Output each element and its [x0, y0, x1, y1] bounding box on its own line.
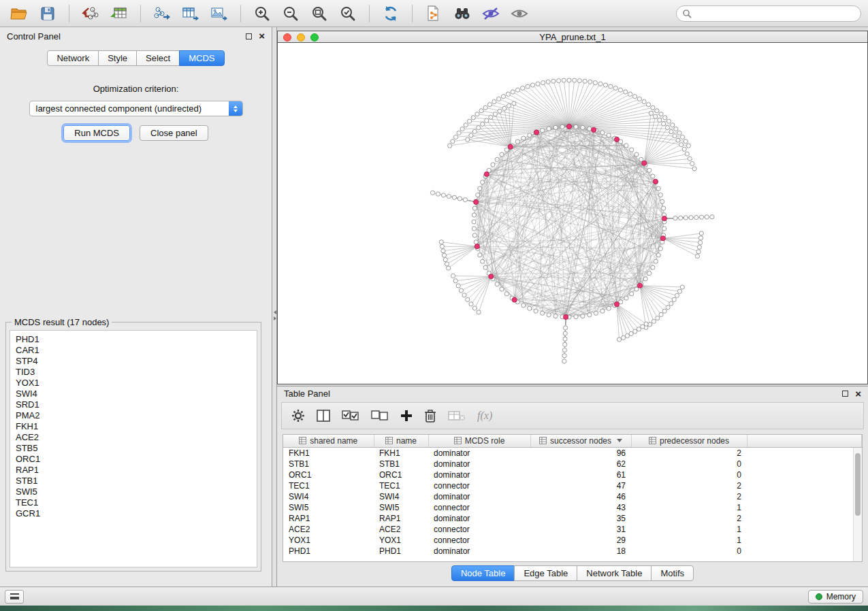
settings-gear-icon[interactable] — [291, 409, 305, 423]
table-cell[interactable]: STB1 — [283, 459, 374, 469]
table-cell[interactable]: ORC1 — [283, 469, 374, 480]
table-scrollbar[interactable] — [853, 448, 862, 561]
table-cell[interactable]: FKH1 — [283, 447, 374, 459]
tab-node-table[interactable]: Node Table — [451, 565, 515, 581]
table-cell[interactable]: SWI4 — [283, 491, 374, 502]
window-close-icon[interactable] — [283, 33, 291, 42]
network-canvas[interactable] — [278, 44, 867, 384]
table-cell[interactable]: TEC1 — [374, 480, 428, 491]
table-cell[interactable]: 96 — [530, 447, 631, 459]
close-panel-button[interactable]: Close panel — [140, 125, 208, 141]
list-item[interactable]: ORC1 — [16, 454, 251, 465]
table-cell[interactable]: 18 — [530, 546, 631, 557]
splitter-handle-icon[interactable] — [272, 308, 277, 323]
import-network-icon[interactable] — [78, 3, 103, 24]
table-cell[interactable]: dominator — [428, 447, 530, 459]
search-binoculars-icon[interactable] — [450, 3, 475, 24]
table-row[interactable]: ACE2ACE2connector311 — [283, 524, 862, 535]
show-all-icon[interactable] — [507, 3, 532, 24]
table-cell[interactable]: 0 — [631, 459, 747, 469]
table-cell[interactable]: 31 — [530, 524, 631, 535]
table-cell[interactable]: dominator — [428, 491, 530, 502]
table-cell[interactable]: PHD1 — [283, 546, 374, 557]
table-cell[interactable]: ACE2 — [283, 524, 374, 535]
table-cell[interactable]: STB1 — [374, 459, 428, 469]
tab-motifs[interactable]: Motifs — [651, 565, 694, 581]
list-item[interactable]: GCR1 — [16, 508, 251, 519]
table-cell[interactable]: 2 — [631, 491, 747, 502]
table-row[interactable]: FKH1FKH1dominator962 — [283, 447, 862, 459]
table-cell[interactable]: RAP1 — [374, 513, 428, 524]
list-item[interactable]: STP4 — [16, 356, 251, 367]
share-document-icon[interactable] — [421, 3, 446, 24]
column-header-predecessor-nodes[interactable]: predecessor nodes — [631, 435, 747, 447]
table-cell[interactable]: ACE2 — [374, 524, 428, 535]
tab-edge-table[interactable]: Edge Table — [514, 565, 577, 581]
search-box[interactable] — [676, 5, 861, 22]
table-cell[interactable]: 61 — [530, 469, 631, 480]
table-row[interactable]: RAP1RAP1dominator352 — [283, 513, 862, 524]
table-cell[interactable]: 1 — [631, 535, 747, 546]
task-history-button[interactable] — [5, 590, 24, 604]
network-window-titlebar[interactable]: YPA_prune.txt_1 — [278, 31, 867, 43]
table-cell[interactable]: SWI4 — [374, 491, 428, 502]
table-row[interactable]: SWI5SWI5connector431 — [283, 502, 862, 513]
table-row[interactable]: PHD1PHD1dominator180 — [283, 546, 862, 557]
list-item[interactable]: SRD1 — [16, 399, 251, 410]
table-cell[interactable]: RAP1 — [283, 513, 374, 524]
export-image-icon[interactable] — [207, 3, 231, 24]
table-cell[interactable]: FKH1 — [374, 447, 428, 459]
list-item[interactable]: STB5 — [16, 443, 251, 454]
table-cell[interactable]: SWI5 — [374, 502, 428, 513]
delete-table-icon[interactable] — [448, 410, 466, 421]
column-header-successor-nodes[interactable]: successor nodes — [530, 435, 631, 447]
table-cell[interactable]: 1 — [631, 502, 747, 513]
zoom-selected-icon[interactable] — [336, 3, 360, 24]
table-cell[interactable]: TEC1 — [283, 480, 374, 491]
network-graph[interactable] — [278, 44, 867, 384]
table-cell[interactable]: dominator — [428, 469, 530, 480]
column-header-mcds-role[interactable]: MCDS role — [428, 435, 530, 447]
list-item[interactable]: PHD1 — [16, 334, 251, 345]
close-panel-icon[interactable]: × — [259, 33, 265, 39]
list-item[interactable]: CAR1 — [16, 345, 251, 356]
list-item[interactable]: YOX1 — [16, 378, 251, 389]
open-folder-icon[interactable] — [7, 3, 31, 24]
table-cell[interactable]: 35 — [530, 513, 631, 524]
hide-selected-icon[interactable] — [479, 3, 503, 24]
save-icon[interactable] — [35, 3, 60, 24]
table-cell[interactable]: 62 — [530, 459, 631, 469]
tab-network-table[interactable]: Network Table — [577, 565, 652, 581]
delete-row-icon[interactable] — [424, 409, 436, 423]
table-cell[interactable]: 2 — [631, 447, 747, 459]
column-chooser-icon[interactable] — [317, 410, 330, 422]
table-cell[interactable]: connector — [428, 502, 530, 513]
function-builder-icon[interactable]: f(x) — [477, 410, 492, 422]
table-cell[interactable]: connector — [428, 480, 530, 491]
tab-mcds[interactable]: MCDS — [179, 50, 224, 66]
window-maximize-icon[interactable] — [310, 33, 319, 42]
table-cell[interactable]: 43 — [530, 502, 631, 513]
table-cell[interactable]: connector — [428, 524, 530, 535]
zoom-fit-icon[interactable] — [307, 3, 332, 24]
float-table-panel-icon[interactable] — [842, 391, 848, 397]
table-cell[interactable]: 29 — [530, 535, 631, 546]
tab-style[interactable]: Style — [98, 50, 137, 66]
search-input[interactable] — [695, 8, 855, 18]
table-cell[interactable]: connector — [428, 535, 530, 546]
list-item[interactable]: FKH1 — [16, 421, 251, 432]
sort-chevron-icon[interactable] — [617, 439, 622, 442]
table-cell[interactable]: 2 — [631, 480, 747, 491]
memory-button[interactable]: Memory — [808, 590, 863, 604]
table-cell[interactable]: ORC1 — [374, 469, 428, 480]
table-cell[interactable]: dominator — [428, 459, 530, 469]
table-cell[interactable]: PHD1 — [374, 546, 428, 557]
window-minimize-icon[interactable] — [297, 33, 305, 42]
export-table-icon[interactable] — [178, 3, 203, 24]
list-item[interactable]: RAP1 — [16, 465, 251, 476]
table-cell[interactable]: 1 — [631, 524, 747, 535]
zoom-out-icon[interactable] — [278, 3, 303, 24]
list-item[interactable]: SWI4 — [16, 389, 251, 399]
close-table-panel-icon[interactable]: × — [855, 391, 861, 397]
refresh-icon[interactable] — [379, 3, 403, 24]
